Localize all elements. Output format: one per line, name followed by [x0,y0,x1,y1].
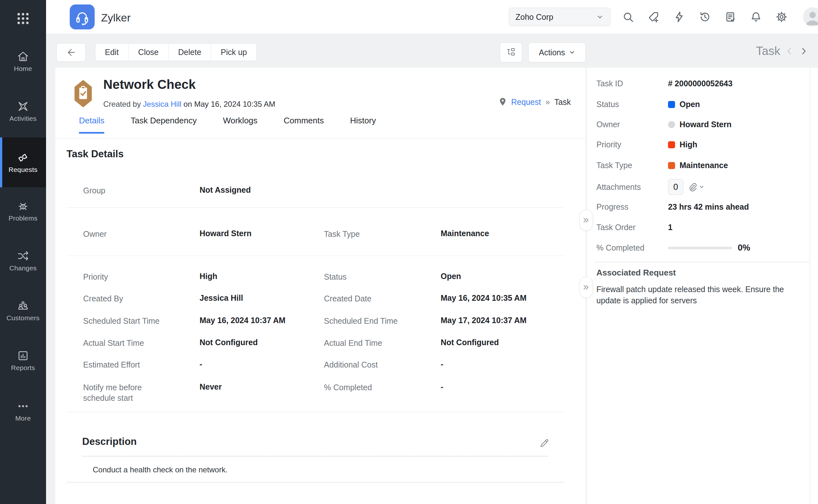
back-button[interactable] [56,43,86,62]
associated-request-text[interactable]: Firewall patch update released this week… [596,284,807,306]
app-logo[interactable] [70,4,95,29]
divider [66,256,565,256]
hierarchy-icon [506,47,516,58]
headset-icon [74,9,90,25]
created-by-link[interactable]: Jessica Hill [143,100,181,108]
close-task-button[interactable]: Close [128,43,168,61]
field-value-additional-cost: - [441,360,443,369]
field-label-pct-completed: % Completed [324,382,372,393]
users-icon [17,300,29,312]
pickup-button[interactable]: Pick up [211,43,256,61]
summary-label: Task ID [596,79,668,88]
approvals-icon[interactable] [724,11,736,23]
sidebar-item-activities[interactable]: Activities [0,100,46,122]
collapse-panel-button[interactable] [580,210,593,231]
summary-row-completed: % Completed 0% [596,243,750,253]
divider [66,482,565,483]
actions-label: Actions [539,48,565,57]
requests-icon [17,151,29,164]
next-record-icon[interactable] [799,46,808,56]
add-ticket-icon[interactable] [648,11,660,23]
edit-button[interactable]: Edit [95,43,128,61]
summary-row-priority: Priority High [596,140,697,149]
delete-button[interactable]: Delete [168,43,211,61]
field-value-owner: Howard Stern [199,229,252,238]
breadcrumb-request-link[interactable]: Request [511,97,541,107]
actions-dropdown[interactable]: Actions [528,43,586,62]
priority-value[interactable]: High [680,140,697,149]
sidebar-item-customers[interactable]: Customers [0,300,46,322]
paperclip-icon[interactable] [688,182,697,192]
sidebar-item-label: Requests [9,166,37,174]
sidebar-item-label: Activities [10,115,37,122]
tree-view-button[interactable] [500,43,522,62]
sidebar-item-label: Changes [9,264,36,272]
field-label-created-date: Created Date [324,293,371,304]
record-toolbar: Edit Close Delete Pick up Actions Task [46,34,818,68]
tab-details[interactable]: Details [79,116,104,134]
created-prefix: Created by [103,100,141,108]
field-label-estimated-effort: Estimated Effort [83,360,140,370]
sidebar-item-requests[interactable]: Requests [0,137,46,187]
breadcrumb: Request » Task [499,97,571,107]
tab-history[interactable]: History [350,116,376,134]
sidebar-item-more[interactable]: More [0,400,46,422]
status-color-swatch [668,101,675,108]
owner-avatar [668,121,675,128]
divider [595,262,809,262]
search-icon[interactable] [622,11,634,23]
lightning-icon[interactable] [673,11,685,23]
field-label-status: Status [324,272,347,282]
previous-record-icon[interactable] [785,46,794,56]
attachment-count[interactable]: 0 [668,179,683,195]
chevron-down-icon[interactable] [699,184,705,190]
org-selector[interactable]: Zoho Corp [509,8,611,26]
summary-label: % Completed [596,243,668,252]
record-pager: Task [756,34,808,68]
sidebar-item-problems[interactable]: Problems [0,200,46,222]
brand-name: Zylker [101,12,131,24]
header-icon-row [622,0,818,34]
detail-tabs: Details Task Dependency Worklogs Comment… [79,116,376,134]
field-value-status: Open [441,272,461,281]
scrollbar-track[interactable] [810,68,810,504]
created-on: on May 16, 2024 10:35 AM [183,100,275,108]
task-type-value[interactable]: Maintenance [680,161,728,170]
summary-row-progress: Progress 23 hrs 42 mins ahead [596,202,749,212]
notifications-icon[interactable] [750,11,762,23]
entity-type-label: Task [756,44,780,58]
task-summary-panel: Task ID # 2000000052643 Status Open Owne… [587,68,818,504]
field-label-owner: Owner [83,229,107,239]
field-value-estimated-effort: - [199,360,202,369]
summary-label: Owner [596,120,668,129]
description-divider [82,456,548,457]
task-id-value: # 2000000052643 [668,79,733,88]
field-label-actual-end: Actual End Time [324,338,382,348]
collapse-request-button[interactable] [580,277,593,298]
summary-label: Status [596,100,668,109]
user-avatar[interactable] [803,7,818,27]
sidebar-item-changes[interactable]: Changes [0,250,46,272]
completed-percent-value: 0% [738,243,750,253]
status-value[interactable]: Open [680,100,700,109]
field-label-priority: Priority [83,272,108,282]
tab-worklogs[interactable]: Worklogs [223,116,257,134]
history-icon[interactable] [699,11,711,23]
summary-row-owner: Owner Howard Stern [596,120,732,129]
tab-task-dependency[interactable]: Task Dependency [130,116,197,134]
owner-value[interactable]: Howard Stern [680,120,732,129]
summary-label: Task Type [596,161,668,170]
summary-label: Attachments [596,182,668,192]
completed-progress-bar[interactable] [668,247,732,249]
sidebar-item-home[interactable]: Home [0,50,46,73]
created-line: Created by Jessica Hill on May 16, 2024 … [103,100,275,109]
record-actions-group: Edit Close Delete Pick up [95,43,257,61]
summary-row-status: Status Open [596,100,700,109]
sidebar-item-reports[interactable]: Reports [0,350,46,372]
edit-description-icon[interactable] [539,438,550,449]
app-launcher-icon[interactable] [16,12,30,26]
summary-label: Progress [596,202,668,212]
tab-comments[interactable]: Comments [284,116,324,134]
gear-icon[interactable] [775,11,788,23]
field-label-created-by: Created By [83,293,123,304]
